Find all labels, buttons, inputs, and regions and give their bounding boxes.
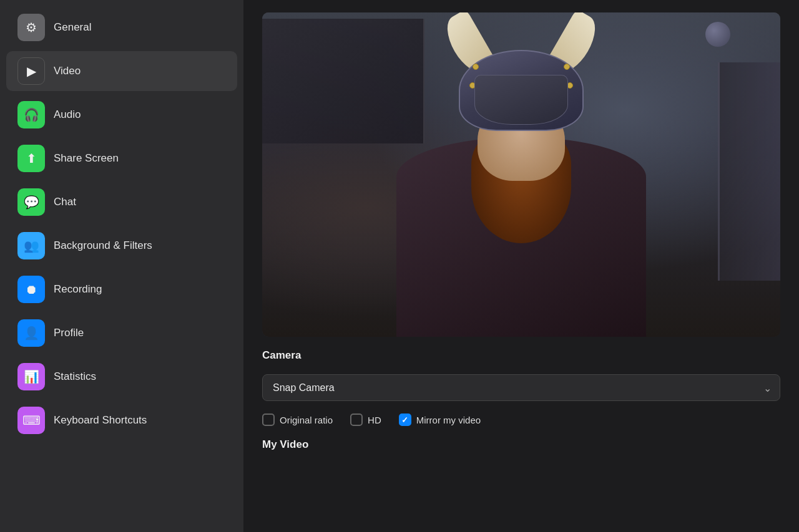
sidebar-label-chat: Chat xyxy=(54,196,76,208)
statistics-icon: 📊 xyxy=(17,363,45,390)
general-icon: ⚙ xyxy=(17,14,45,41)
sidebar-item-statistics[interactable]: 📊Statistics xyxy=(6,357,237,397)
checkbox-item-hd[interactable]: HD xyxy=(350,414,381,426)
sidebar-item-video[interactable]: ▶Video xyxy=(6,51,237,91)
video-preview xyxy=(262,12,780,337)
sidebar-label-statistics: Statistics xyxy=(54,370,96,383)
sidebar-item-audio[interactable]: 🎧Audio xyxy=(6,95,237,135)
sidebar-label-recording: Recording xyxy=(54,283,102,296)
chat-icon: 💬 xyxy=(17,188,45,216)
main-content: Camera Snap CameraFaceTime HD CameraOBS … xyxy=(243,0,799,532)
shortcuts-icon: ⌨ xyxy=(17,407,45,434)
checkbox-label-mirror: Mirror my video xyxy=(416,415,481,425)
checkbox-original-ratio[interactable] xyxy=(262,414,275,426)
sidebar: ⚙General▶Video🎧Audio⬆Share Screen💬Chat👥B… xyxy=(0,0,243,532)
sidebar-label-general: General xyxy=(54,21,91,34)
sidebar-item-profile[interactable]: 👤Profile xyxy=(6,313,237,353)
sidebar-label-audio: Audio xyxy=(54,109,81,121)
sidebar-item-share-screen[interactable]: ⬆Share Screen xyxy=(6,138,237,178)
checkbox-mirror[interactable] xyxy=(399,414,411,426)
checkbox-hd[interactable] xyxy=(350,414,363,426)
sidebar-item-general[interactable]: ⚙General xyxy=(6,7,237,47)
sidebar-label-profile: Profile xyxy=(54,327,84,339)
background-icon: 👥 xyxy=(17,232,45,259)
checkbox-label-hd: HD xyxy=(368,415,381,425)
sidebar-item-shortcuts[interactable]: ⌨Keyboard Shortcuts xyxy=(6,400,237,440)
sidebar-label-video: Video xyxy=(54,65,81,77)
recording-icon: ⏺ xyxy=(17,276,45,303)
checkbox-label-original-ratio: Original ratio xyxy=(280,415,333,425)
sidebar-item-recording[interactable]: ⏺Recording xyxy=(6,269,237,309)
video-figure xyxy=(334,31,708,337)
video-icon: ▶ xyxy=(17,57,45,85)
checkbox-item-mirror[interactable]: Mirror my video xyxy=(399,414,481,426)
audio-icon: 🎧 xyxy=(17,101,45,128)
sidebar-label-background: Background & Filters xyxy=(54,239,152,252)
profile-icon: 👤 xyxy=(17,319,45,347)
sidebar-item-background[interactable]: 👥Background & Filters xyxy=(6,226,237,266)
share-screen-icon: ⬆ xyxy=(17,145,45,172)
camera-select[interactable]: Snap CameraFaceTime HD CameraOBS Virtual… xyxy=(262,374,780,401)
checkbox-item-original-ratio[interactable]: Original ratio xyxy=(262,414,333,426)
checkbox-row: Original ratioHDMirror my video xyxy=(262,414,780,426)
camera-select-container: Snap CameraFaceTime HD CameraOBS Virtual… xyxy=(262,374,780,401)
sidebar-label-share-screen: Share Screen xyxy=(54,152,119,165)
sidebar-item-chat[interactable]: 💬Chat xyxy=(6,182,237,222)
my-video-title: My Video xyxy=(262,438,780,451)
camera-section-title: Camera xyxy=(262,349,780,362)
sidebar-label-shortcuts: Keyboard Shortcuts xyxy=(54,414,147,427)
